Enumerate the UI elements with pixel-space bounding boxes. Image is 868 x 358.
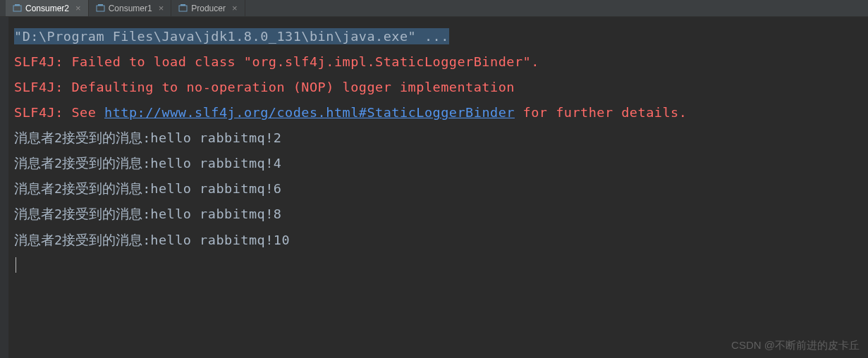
svg-rect-5 [181,4,185,6]
tab-consumer2[interactable]: Consumer2 × [6,0,89,16]
error-line-2: SLF4J: Defaulting to no-operation (NOP) … [14,75,861,100]
svg-rect-4 [179,6,187,11]
svg-rect-0 [13,6,21,11]
output-line: 消息者2接受到的消息:hello rabbitmq!10 [14,228,861,253]
command-line: "D:\Program Files\Java\jdk1.8.0_131\bin\… [14,24,861,49]
cursor-line [14,253,861,278]
text-cursor [16,257,16,273]
close-icon[interactable]: × [159,4,164,13]
tab-label: Producer [191,4,226,13]
output-line: 消息者2接受到的消息:hello rabbitmq!4 [14,151,861,176]
close-icon[interactable]: × [232,4,238,13]
output-line: 消息者2接受到的消息:hello rabbitmq!6 [14,176,861,202]
run-tabs: Consumer2 × Consumer1 × Producer × [0,0,868,17]
tab-consumer1[interactable]: Consumer1 × [89,0,172,16]
run-icon [178,4,188,13]
output-line: 消息者2接受到的消息:hello rabbitmq!2 [14,125,861,151]
gutter [0,17,8,358]
watermark: CSDN @不断前进的皮卡丘 [731,339,860,352]
svg-rect-3 [98,4,103,6]
tab-producer[interactable]: Producer × [171,0,245,16]
error-line-1: SLF4J: Failed to load class "org.slf4j.i… [14,49,861,75]
tab-label: Consumer2 [25,4,69,13]
error-line-3: SLF4J: See http://www.slf4j.org/codes.ht… [14,100,861,125]
close-icon[interactable]: × [75,4,81,13]
run-icon [13,4,22,13]
slf4j-link[interactable]: http://www.slf4j.org/codes.html#StaticLo… [104,105,515,120]
run-icon [96,4,105,13]
svg-rect-1 [15,4,20,6]
output-line: 消息者2接受到的消息:hello rabbitmq!8 [14,202,861,227]
svg-rect-2 [97,6,104,11]
console-output[interactable]: "D:\Program Files\Java\jdk1.8.0_131\bin\… [0,17,868,285]
tab-label: Consumer1 [109,4,152,13]
